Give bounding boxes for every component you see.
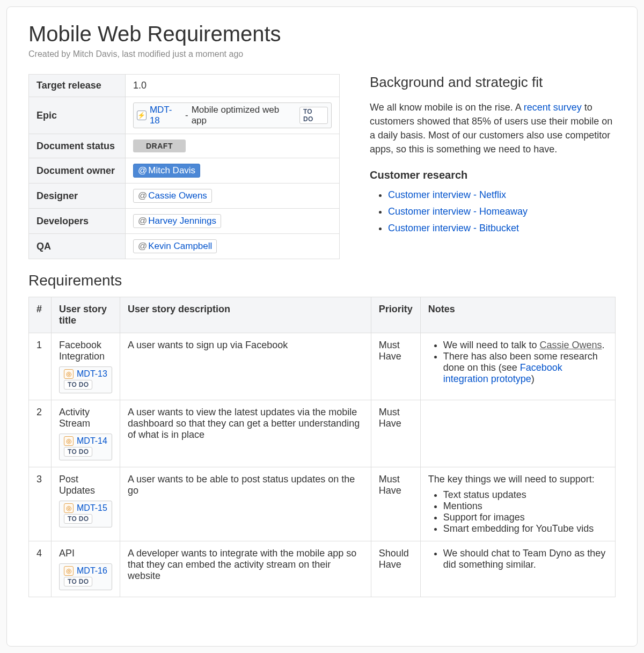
- row-num: 2: [29, 400, 52, 467]
- note-pre: We will need to talk to: [443, 340, 540, 350]
- research-item: Customer interview - Homeaway: [388, 203, 616, 220]
- row-priority: Must Have: [371, 333, 420, 400]
- note-post: .: [602, 340, 605, 350]
- document-page: Mobile Web Requirements Created by Mitch…: [6, 6, 638, 647]
- row-title-cell: Post Updates ◎ MDT-15 TO DO: [52, 467, 120, 541]
- meta-value: @Mitch Davis: [126, 158, 340, 184]
- at-icon: @: [138, 190, 147, 201]
- at-icon: @: [138, 216, 147, 226]
- col-header-desc: User story description: [120, 297, 371, 333]
- row-num: 4: [29, 541, 52, 597]
- background-heading: Background and strategic fit: [370, 74, 616, 91]
- requirements-heading: Requirements: [28, 272, 616, 289]
- row-desc: A developer wants to integrate with the …: [120, 541, 371, 597]
- byline-prefix: Created by: [28, 49, 73, 58]
- table-row: 3 Post Updates ◎ MDT-15 TO DO A user wan…: [29, 467, 616, 541]
- mention-qa[interactable]: @Kevin Campbell: [133, 239, 217, 253]
- row-notes: [420, 400, 615, 467]
- story-icon: ◎: [64, 566, 74, 576]
- note-mention-link[interactable]: Cassie Owens: [539, 340, 602, 350]
- row-desc: A user wants to view the latest updates …: [120, 400, 371, 467]
- meta-value: ⚡ MDT-18 - Mobile optimized web app TO D…: [126, 97, 340, 134]
- research-link[interactable]: Customer interview - Bitbucket: [388, 223, 519, 233]
- note-item: We should chat to Team Dyno as they did …: [443, 548, 608, 570]
- issue-link[interactable]: MDT-16: [77, 566, 107, 576]
- note-item: We will need to talk to Cassie Owens.: [443, 340, 608, 351]
- col-header-num: #: [29, 297, 52, 333]
- table-row: 4 API ◎ MDT-16 TO DO A developer wants t…: [29, 541, 616, 597]
- row-notes: The key things we will need to support: …: [420, 467, 615, 541]
- story-title: Activity Stream: [59, 407, 112, 429]
- research-link[interactable]: Customer interview - Netflix: [388, 189, 506, 200]
- note-item: Smart embedding for YouTube vids: [443, 523, 608, 534]
- page-title: Mobile Web Requirements: [28, 22, 616, 46]
- byline: Created by Mitch Davis, last modified ju…: [28, 49, 616, 59]
- mention-name: Mitch Davis: [148, 165, 195, 176]
- mention-name: Cassie Owens: [148, 190, 207, 201]
- row-notes: We should chat to Team Dyno as they did …: [420, 541, 615, 597]
- row-num: 3: [29, 467, 52, 541]
- metadata-table: Target release 1.0 Epic ⚡ MDT-18 - Mobil…: [28, 74, 340, 259]
- row-notes: We will need to talk to Cassie Owens. Th…: [420, 333, 615, 400]
- issue-link[interactable]: MDT-14: [77, 436, 107, 446]
- status-lozenge: TO DO: [64, 577, 92, 586]
- meta-row-epic: Epic ⚡ MDT-18 - Mobile optimized web app…: [29, 97, 340, 134]
- meta-label: Document status: [29, 134, 126, 158]
- status-badge: DRAFT: [133, 140, 186, 152]
- status-lozenge: TO DO: [64, 380, 92, 390]
- issue-chip-story[interactable]: ◎ MDT-15 TO DO: [59, 501, 112, 527]
- meta-row-target-release: Target release 1.0: [29, 75, 340, 97]
- story-icon: ◎: [64, 436, 74, 446]
- meta-value: @Cassie Owens: [126, 184, 340, 209]
- table-row: 2 Activity Stream ◎ MDT-14 TO DO A user …: [29, 400, 616, 467]
- col-header-notes: Notes: [420, 297, 615, 333]
- note-post: ): [531, 373, 535, 384]
- byline-suffix: , last modified just a moment ago: [117, 49, 243, 58]
- issue-summary: Mobile optimized web app: [192, 105, 296, 126]
- at-icon: @: [138, 241, 147, 252]
- notes-intro: The key things we will need to support:: [428, 474, 608, 485]
- research-heading: Customer research: [370, 169, 616, 181]
- note-item: Support for images: [443, 512, 608, 523]
- meta-value: @Harvey Jennings: [126, 209, 340, 234]
- meta-label: Epic: [29, 97, 126, 134]
- issue-link[interactable]: MDT-18: [150, 105, 182, 126]
- research-item: Customer interview - Bitbucket: [388, 220, 616, 237]
- requirements-header-row: # User story title User story descriptio…: [29, 297, 616, 333]
- story-icon: ◎: [64, 503, 74, 513]
- story-icon: ◎: [64, 369, 74, 379]
- meta-label: Target release: [29, 75, 126, 97]
- bg-text-pre: We all know mobile is on the rise. A: [370, 102, 524, 113]
- issue-chip-story[interactable]: ◎ MDT-16 TO DO: [59, 563, 112, 590]
- meta-row-document-status: Document status DRAFT: [29, 134, 340, 158]
- mention-owner[interactable]: @Mitch Davis: [133, 164, 200, 178]
- background-paragraph: We all know mobile is on the rise. A rec…: [370, 100, 616, 156]
- row-desc: A user wants to be able to post status u…: [120, 467, 371, 541]
- story-title: Facebook Integration: [59, 340, 112, 362]
- meta-value: DRAFT: [126, 134, 340, 158]
- mention-name: Kevin Campbell: [148, 241, 212, 252]
- research-link[interactable]: Customer interview - Homeaway: [388, 206, 528, 217]
- research-item: Customer interview - Netflix: [388, 187, 616, 203]
- row-desc: A user wants to sign up via Facebook: [120, 333, 371, 400]
- research-list: Customer interview - Netflix Customer in…: [370, 187, 616, 236]
- row-priority: Must Have: [371, 467, 420, 541]
- mention-designer[interactable]: @Cassie Owens: [133, 189, 212, 203]
- mention-developer[interactable]: @Harvey Jennings: [133, 214, 221, 228]
- row-title-cell: Activity Stream ◎ MDT-14 TO DO: [52, 400, 120, 467]
- row-title-cell: Facebook Integration ◎ MDT-13 TO DO: [52, 333, 120, 400]
- byline-author: Mitch Davis: [73, 49, 118, 58]
- issue-link[interactable]: MDT-13: [77, 369, 107, 379]
- meta-label: Developers: [29, 209, 126, 234]
- at-icon: @: [138, 165, 147, 176]
- issue-link[interactable]: MDT-15: [77, 503, 107, 513]
- issue-chip-story[interactable]: ◎ MDT-14 TO DO: [59, 434, 112, 460]
- issue-chip-epic[interactable]: ⚡ MDT-18 - Mobile optimized web app TO D…: [133, 102, 332, 128]
- issue-chip-story[interactable]: ◎ MDT-13 TO DO: [59, 366, 112, 393]
- status-lozenge: TO DO: [299, 107, 328, 124]
- status-lozenge: TO DO: [64, 447, 92, 457]
- recent-survey-link[interactable]: recent survey: [524, 102, 582, 113]
- dash: -: [185, 110, 188, 121]
- row-priority: Must Have: [371, 400, 420, 467]
- meta-label: Designer: [29, 184, 126, 209]
